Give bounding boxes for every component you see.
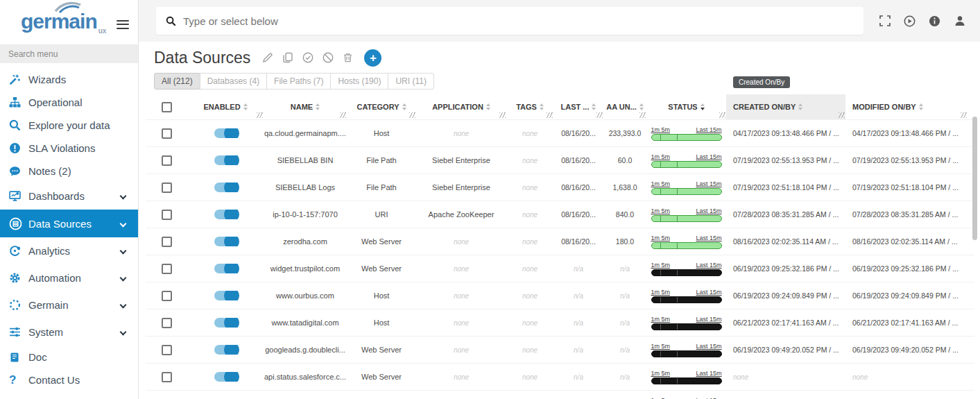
add-data-source-button[interactable]: + (364, 49, 381, 67)
status-sparkline[interactable]: 1m 5mLast 15m (651, 370, 722, 384)
column-resize-handle[interactable] (547, 112, 553, 118)
table-row[interactable]: www.ourbus.com Host none none n/a n/a 1m… (146, 282, 974, 309)
column-header-enabled[interactable]: ENABLED (187, 94, 264, 119)
sidebar-item-operational[interactable]: Operational (0, 91, 138, 114)
global-search-input[interactable] (183, 15, 854, 27)
table-row[interactable]: www.tatadigital.com Host none none n/a n… (146, 309, 974, 336)
ban-icon[interactable] (323, 52, 334, 63)
trash-icon[interactable] (343, 52, 353, 63)
global-search[interactable] (156, 7, 863, 35)
status-sparkline[interactable]: 1m 5mLast 15m (651, 316, 722, 330)
tab-all-212[interactable]: All (212) (154, 73, 200, 90)
sidebar-item-sla-violations[interactable]: SLA Violations (0, 137, 138, 160)
column-resize-handle[interactable] (499, 112, 506, 118)
hamburger-menu-icon[interactable] (117, 17, 129, 31)
column-header-category[interactable]: CATEGORY (347, 94, 416, 119)
table-row[interactable]: SIEBELLAB BIN File Path Siebel Enterpris… (146, 146, 974, 173)
column-header-application[interactable]: APPLICATION (416, 94, 506, 119)
row-checkbox[interactable] (162, 264, 172, 274)
table-row[interactable]: zerodha.com Web Server none none 08/16/2… (146, 228, 974, 255)
tab-hosts-190[interactable]: Hosts (190) (330, 73, 388, 90)
column-header-last[interactable]: LAST ... (553, 94, 603, 119)
copy-icon[interactable] (282, 52, 293, 63)
column-resize-handle[interactable] (257, 112, 263, 118)
status-sparkline[interactable]: 1m 5mLast 15m (651, 289, 722, 303)
status-sparkline[interactable]: 1m 5mLast 15m (651, 397, 722, 399)
status-sparkline[interactable]: 1m 5mLast 15m (651, 180, 722, 195)
row-checkbox[interactable] (162, 128, 172, 139)
row-checkbox[interactable] (162, 291, 172, 301)
column-header-created[interactable]: CREATED ON/BY (726, 94, 845, 119)
column-resize-handle[interactable] (596, 112, 603, 118)
sort-icon[interactable] (540, 103, 544, 110)
enabled-toggle[interactable] (214, 210, 237, 219)
enabled-toggle[interactable] (214, 182, 237, 192)
enabled-toggle[interactable] (214, 155, 237, 165)
table-row[interactable]: api.status.salesforce.c... Web Server no… (146, 363, 974, 390)
column-resize-handle[interactable] (409, 112, 415, 118)
column-header-name[interactable]: NAME (264, 94, 347, 119)
tab-uri-11[interactable]: URI (11) (388, 73, 433, 90)
table-row[interactable]: qa.cloud.germainapm.... Host none none 0… (146, 119, 974, 146)
row-checkbox[interactable] (162, 210, 172, 220)
table-row[interactable]: widget.trustpilot.com Web Server none no… (146, 255, 974, 282)
sidebar-item-germain[interactable]: Germain (0, 291, 138, 319)
sort-icon[interactable] (700, 103, 705, 110)
pencil-icon[interactable] (262, 52, 273, 63)
column-resize-handle[interactable] (719, 112, 725, 118)
sort-icon[interactable] (402, 103, 406, 110)
scrollbar-thumb[interactable] (972, 117, 977, 240)
column-header-modified[interactable]: MODIFIED ON/BY (845, 94, 968, 119)
enabled-toggle[interactable] (214, 372, 237, 382)
sidebar-search-input[interactable] (0, 44, 138, 63)
user-icon[interactable] (954, 15, 966, 27)
status-sparkline[interactable]: 1m 5mLast 15m (651, 235, 722, 249)
select-all-checkbox[interactable] (162, 102, 172, 112)
status-sparkline[interactable]: 1m 5mLast 15m (651, 262, 722, 276)
row-checkbox[interactable] (162, 155, 172, 166)
row-checkbox[interactable] (162, 237, 172, 247)
sort-icon[interactable] (798, 103, 802, 110)
sidebar-item-analytics[interactable]: Analytics (0, 237, 138, 264)
enabled-toggle[interactable] (214, 128, 237, 138)
sidebar-item-doc[interactable]: Doc (0, 346, 138, 368)
column-header-status[interactable]: STATUS (646, 94, 726, 119)
sidebar-item-explore-your-data[interactable]: Explore your data (0, 114, 138, 137)
sort-icon[interactable] (316, 103, 320, 110)
enabled-toggle[interactable] (214, 291, 237, 300)
check-circle-icon[interactable] (302, 52, 313, 63)
sidebar-item-dashboards[interactable]: Dashboards (0, 182, 138, 210)
status-sparkline[interactable]: 1m 5mLast 15m (651, 207, 722, 222)
fullscreen-icon[interactable] (879, 15, 891, 26)
enabled-toggle[interactable] (214, 237, 237, 246)
enabled-toggle[interactable] (214, 345, 237, 355)
sort-icon[interactable] (243, 103, 248, 110)
sidebar-item-wizards[interactable]: Wizards (0, 68, 138, 91)
row-checkbox[interactable] (162, 318, 172, 328)
table-row[interactable]: SIEBELLAB Logs File Path Siebel Enterpri… (146, 173, 974, 201)
table-row[interactable]: ...lightni... Web Server none none 08/15… (146, 390, 974, 399)
sort-icon[interactable] (919, 103, 923, 110)
sidebar-item-contact-us[interactable]: ? Contact Us (0, 368, 138, 391)
sidebar-item-system[interactable]: System (0, 319, 138, 346)
status-sparkline[interactable]: 1m 5mLast 15m (651, 153, 722, 168)
table-scrollbar[interactable] (972, 117, 977, 398)
row-checkbox[interactable] (162, 345, 172, 355)
info-icon[interactable] (929, 15, 940, 27)
enabled-toggle[interactable] (214, 264, 237, 273)
sort-icon[interactable] (592, 103, 596, 110)
sidebar-item-automation[interactable]: Automation (0, 264, 138, 291)
status-sparkline[interactable]: 1m 5mLast 15m (651, 343, 722, 357)
column-resize-handle[interactable] (340, 112, 346, 118)
enabled-toggle[interactable] (214, 318, 237, 328)
row-checkbox[interactable] (162, 182, 172, 193)
row-checkbox[interactable] (162, 372, 172, 382)
column-header-tags[interactable]: TAGS (506, 94, 553, 119)
column-resize-handle[interactable] (839, 112, 845, 118)
table-row[interactable]: ip-10-0-1-157:7070 URI Apache ZooKeeper … (146, 201, 974, 228)
sort-icon[interactable] (486, 103, 490, 110)
sidebar-item-notes-2[interactable]: Notes (2) (0, 160, 138, 182)
sidebar-item-data-sources[interactable]: Data Sources (0, 210, 138, 237)
status-sparkline[interactable]: 1m 5mLast 15m (651, 126, 722, 141)
table-row[interactable]: googleads.g.doublecli... Web Server none… (146, 336, 974, 363)
